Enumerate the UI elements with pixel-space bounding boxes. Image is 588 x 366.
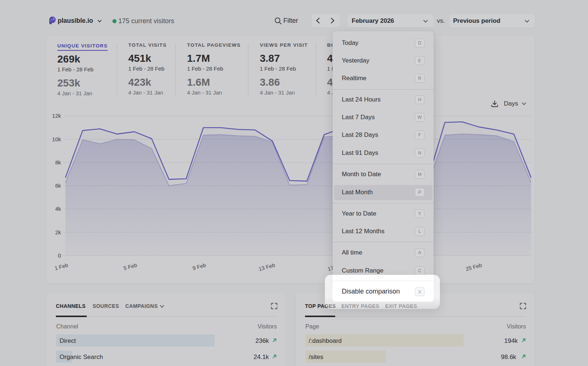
svg-text:4k: 4k — [55, 206, 61, 212]
svg-text:0: 0 — [58, 252, 61, 259]
svg-text:8k: 8k — [55, 159, 61, 166]
svg-text:10k: 10k — [52, 136, 61, 142]
svg-text:13 Feb: 13 Feb — [258, 262, 276, 272]
svg-text:6k: 6k — [55, 182, 61, 189]
svg-text:1 Feb: 1 Feb — [54, 262, 69, 271]
svg-text:25 Feb: 25 Feb — [465, 262, 483, 272]
svg-text:2k: 2k — [55, 229, 61, 235]
svg-text:9 Feb: 9 Feb — [192, 262, 207, 271]
svg-text:12k: 12k — [52, 113, 61, 119]
svg-text:5 Feb: 5 Feb — [123, 262, 138, 271]
